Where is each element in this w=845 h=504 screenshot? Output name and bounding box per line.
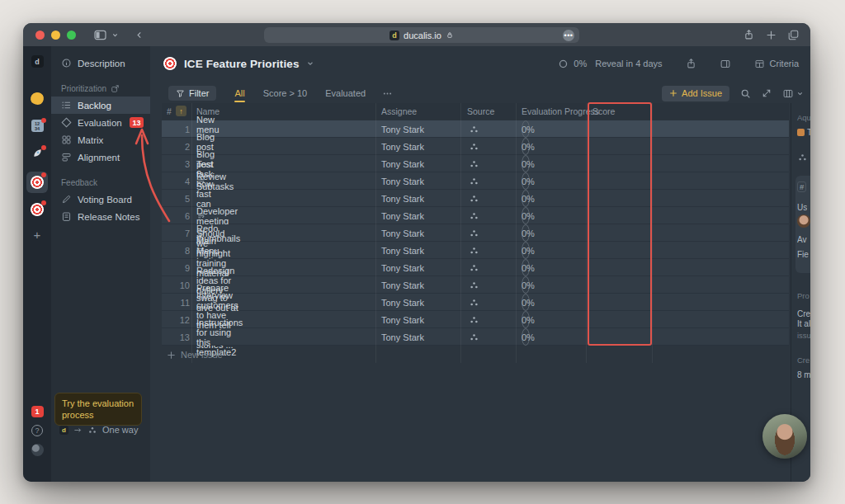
table-row[interactable]: 4Review SubtasksTony Stark0% [162,172,789,190]
board-icon-numbers[interactable]: 1234 [23,120,51,132]
sidebar-section-prioritization: Prioritization [51,80,150,97]
columns-settings-icon[interactable] [782,88,804,99]
user-avatar[interactable] [762,414,807,459]
detail-fragment: It allo [797,319,810,328]
sync-status-row[interactable]: d One way [59,425,138,435]
table-row[interactable]: 8Main Menu testingTony Stark0% [162,242,789,259]
asana-source-icon[interactable] [469,224,479,242]
sidebar-item-release-notes[interactable]: Release Notes [51,208,150,225]
row-number: 4 [162,172,190,190]
asana-source-icon[interactable] [469,155,479,172]
issue-name: Test task how fast can we upload it [196,190,224,207]
table-row[interactable]: 9Should we highlight training material i… [162,259,789,276]
sidebar-item-matrix[interactable]: Matrix [51,131,150,148]
asana-source-icon[interactable] [469,276,479,294]
section-label: Prioritization [61,84,106,93]
table-row[interactable]: 1New menu settingsTony Stark0% [162,120,789,138]
notification-dot [41,200,46,205]
filter-button[interactable]: Filter [168,86,216,101]
info-icon [61,58,72,68]
filter-tab-all[interactable]: All [234,88,244,98]
new-tab-icon[interactable] [766,29,777,40]
criteria-icon[interactable] [754,59,765,69]
new-issue-button[interactable]: New issue [167,350,223,360]
filter-tab-score[interactable]: Score > 10 [263,88,308,98]
sidebar-item-evaluation[interactable]: Evaluation13 [51,114,150,131]
sidebar-item-backlog[interactable]: Backlog [51,97,150,114]
notes-icon [61,211,72,222]
board-icon-rocket[interactable] [23,147,51,159]
asana-source-icon[interactable] [469,207,479,224]
col-header-num[interactable]: # [167,106,172,116]
row-number: 10 [162,276,190,294]
browser-sidebar-toggle-icon[interactable] [94,30,106,40]
table-row[interactable]: 6Developer meetingTony Stark0% [162,207,789,224]
table-row[interactable]: 3Blog post 2Tony Stark0% [162,155,789,172]
row-number: 9 [162,259,190,276]
board-icon-wave[interactable] [23,92,51,105]
more-filters-icon[interactable] [382,88,393,99]
col-header-source[interactable]: Source [467,106,494,116]
asana-source-icon[interactable] [469,120,479,138]
extensions-more-icon[interactable]: ••• [563,30,574,41]
add-board-button[interactable]: + [23,229,51,241]
progress-value: 0% [522,259,535,276]
export-icon[interactable] [111,84,120,93]
issue-name: Instructions for using this template2 [196,328,243,346]
board-icon-dart-active[interactable] [23,176,51,189]
user-menu-icon[interactable] [23,444,51,456]
asana-source-icon[interactable] [469,294,479,311]
criteria-label[interactable]: Criteria [770,59,799,68]
table-row[interactable]: 13Instructions for using this template2T… [162,328,789,346]
expand-icon[interactable] [762,88,772,98]
hand-icon [797,129,805,136]
close-window-button[interactable] [35,31,45,40]
asana-source-icon[interactable] [469,311,479,328]
progress-ring-icon [558,59,569,69]
asana-source-icon[interactable] [469,190,479,207]
panel-toggle-icon[interactable] [720,59,731,69]
evaluation-tooltip: Try the evaluation process [54,393,142,426]
col-header-assignee[interactable]: Assignee [381,106,417,116]
reveal-countdown[interactable]: Reveal in 4 days [595,59,662,68]
table-header-row: # ↑ Name Assignee Source Evaluation Prog… [162,103,789,120]
asana-source-icon[interactable] [469,172,479,190]
ducalis-logo[interactable]: d [23,55,51,68]
assignee-name: Tony Stark [381,328,424,346]
table-row[interactable]: 5Test task how fast can we upload itTony… [162,190,789,207]
search-icon[interactable] [740,88,751,99]
sort-ascending-icon[interactable]: ↑ [176,106,186,116]
filter-tab-evaluated[interactable]: Evaluated [325,88,366,98]
table-row[interactable]: 11Prepare swag to give out at conference… [162,294,789,311]
table-row[interactable]: 7Redo thumbnailsTony Stark0% [162,224,789,242]
table-row[interactable]: 12Interview customers to have them tell … [162,311,789,328]
add-issue-button[interactable]: Add Issue [662,86,729,101]
asana-source-icon[interactable] [469,259,479,276]
sidebar-item-description[interactable]: Description [51,54,150,72]
table-row[interactable]: 10Redesign ideas for gallery pageTony St… [162,276,789,294]
minimize-window-button[interactable] [51,31,60,40]
help-button[interactable]: ? [23,425,51,436]
assignee-name: Tony Stark [381,276,424,294]
row-number: 7 [162,224,190,242]
browser-window: d ducalis.io ••• d 1234 [23,23,810,482]
title-chevron-down-icon[interactable] [306,59,314,68]
traffic-lights [35,31,76,40]
share-icon[interactable] [744,29,754,40]
asana-source-icon[interactable] [469,328,479,346]
table-row[interactable]: 2Blog post 4Tony Stark0% [162,138,789,155]
address-bar[interactable]: d ducalis.io ••• [264,27,579,43]
board-icon-dart[interactable] [23,203,51,216]
notification-dot [41,118,46,123]
tab-overview-icon[interactable] [788,29,799,40]
notification-count-badge[interactable]: 1 [23,406,51,417]
asana-source-icon[interactable] [469,242,479,259]
asana-source-icon[interactable] [469,138,479,155]
sidebar-item-voting-board[interactable]: Voting Board [51,191,150,208]
back-button[interactable] [135,31,144,40]
share-board-icon[interactable] [686,58,696,69]
assignee-name: Tony Stark [381,138,424,155]
sidebar-item-alignment[interactable]: Alignment [51,148,150,166]
zoom-window-button[interactable] [67,31,76,40]
chevron-down-icon[interactable] [111,31,119,39]
